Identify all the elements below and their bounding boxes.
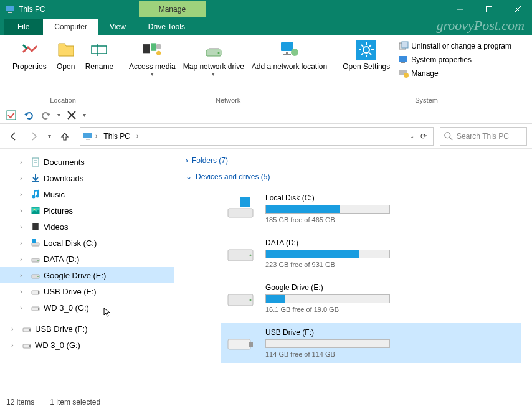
drive-item[interactable]: DATA (D:)223 GB free of 931 GB <box>221 233 521 273</box>
svg-point-45 <box>32 195 36 199</box>
main-pane[interactable]: › Folders (7) ⌄ Devices and drives (5) L… <box>174 149 532 396</box>
sidebar-item[interactable]: ›WD 3_0 (G:) <box>0 337 174 353</box>
maximize-button[interactable] <box>475 0 503 19</box>
sidebar-item-label: Documents <box>44 157 85 167</box>
chevron-down-icon[interactable]: ▾ <box>57 111 60 118</box>
svg-rect-31 <box>401 62 405 63</box>
chevron-right-icon[interactable]: › <box>20 271 27 279</box>
drive-usage-bar <box>265 205 390 214</box>
open-button[interactable]: Open <box>50 37 82 73</box>
chevron-right-icon[interactable]: › <box>20 190 27 198</box>
drive-status: 114 GB free of 114 GB <box>265 350 516 358</box>
manage-context-tab[interactable]: Manage <box>139 1 206 17</box>
tab-computer[interactable]: Computer <box>43 19 98 35</box>
tab-drive-tools[interactable]: Drive Tools <box>137 19 196 35</box>
sidebar-item[interactable]: ›Pictures <box>0 202 174 219</box>
chevron-right-icon[interactable]: › <box>11 341 19 349</box>
access-media-button[interactable]: Access media ▾ <box>125 37 179 80</box>
qat-delete[interactable] <box>65 109 78 121</box>
system-properties-button[interactable]: System properties <box>396 54 514 66</box>
manage-button[interactable]: Manage <box>396 67 514 80</box>
ribbon-group-system: Open Settings Uninstall or change a prog… <box>335 37 518 106</box>
svg-rect-67 <box>245 197 250 202</box>
chevron-right-icon[interactable]: › <box>20 239 27 247</box>
svg-rect-76 <box>249 342 253 347</box>
chevron-down-icon[interactable]: ▾ <box>83 111 86 118</box>
tab-view[interactable]: View <box>98 19 137 35</box>
sidebar-item[interactable]: ›Music <box>0 186 174 202</box>
tab-file[interactable]: File <box>4 19 43 35</box>
sidebar-item[interactable]: ›DATA (D:) <box>0 251 174 267</box>
properties-button[interactable]: Properties <box>9 37 50 73</box>
chevron-right-icon[interactable]: › <box>20 255 27 263</box>
chevron-right-icon: › <box>186 156 188 165</box>
music-icon <box>30 189 41 200</box>
recent-locations-button[interactable]: ▾ <box>45 128 54 145</box>
sidebar-item-label: USB Drive (F:) <box>35 324 88 334</box>
refresh-button[interactable]: ⟳ <box>420 132 427 141</box>
qat-undo[interactable] <box>22 109 35 121</box>
drives-group-header[interactable]: ⌄ Devices and drives (5) <box>186 172 521 181</box>
chevron-down-icon: ⌄ <box>186 172 192 181</box>
chevron-right-icon[interactable]: › <box>11 325 19 332</box>
forward-button[interactable] <box>25 128 42 145</box>
svg-rect-65 <box>29 345 31 347</box>
chevron-right-icon[interactable]: › <box>134 133 141 139</box>
navigation-pane[interactable]: ›Documents›Downloads›Music›Pictures›Vide… <box>0 149 174 396</box>
drive-name: DATA (D:) <box>265 238 516 247</box>
sidebar-item[interactable]: ›Documents <box>0 154 174 170</box>
chevron-right-icon[interactable]: › <box>20 207 27 214</box>
chevron-right-icon[interactable]: › <box>93 133 100 139</box>
sidebar-item[interactable]: ›Local Disk (C:) <box>0 235 174 251</box>
svg-rect-8 <box>143 44 150 53</box>
address-dropdown[interactable]: ⌄ <box>409 133 414 139</box>
sidebar-item[interactable]: ›USB Drive (F:) <box>0 283 174 299</box>
usb-icon <box>21 323 32 334</box>
sidebar-item[interactable]: ›Videos <box>0 219 174 235</box>
window-title: This PC <box>19 5 45 14</box>
back-button[interactable] <box>5 128 22 145</box>
up-button[interactable] <box>56 128 74 145</box>
sidebar-item[interactable]: ›Downloads <box>0 170 174 186</box>
breadcrumb-this-pc[interactable]: This PC <box>100 132 134 141</box>
chevron-right-icon[interactable]: › <box>20 158 27 166</box>
sidebar-item[interactable]: ›Google Drive (E:) <box>0 267 174 283</box>
sidebar-item-label: Local Disk (C:) <box>44 238 97 248</box>
add-network-location-button[interactable]: Add a network location <box>248 37 331 73</box>
titlebar: This PC Manage <box>0 0 532 19</box>
uninstall-program-button[interactable]: Uninstall or change a program <box>396 40 514 52</box>
svg-point-11 <box>157 51 161 55</box>
drive-item[interactable]: USB Drive (F:)114 GB free of 114 GB <box>221 323 521 363</box>
map-network-drive-button[interactable]: Map network drive ▾ <box>179 37 248 80</box>
search-input[interactable]: Search This PC <box>440 127 527 146</box>
dropdown-icon: ▾ <box>212 71 215 78</box>
rename-button[interactable]: Rename <box>82 37 117 73</box>
address-bar[interactable]: › This PC › ⌄ ⟳ <box>80 127 434 146</box>
ribbon-group-network: Access media ▾ Map network drive ▾ Add a… <box>121 37 335 106</box>
drive-usage-bar <box>265 250 390 258</box>
usb-icon <box>30 302 41 313</box>
close-button[interactable] <box>503 0 532 19</box>
qat-checkbox[interactable] <box>5 109 17 121</box>
chevron-right-icon[interactable]: › <box>20 304 27 311</box>
content-area: ›Documents›Downloads›Music›Pictures›Vide… <box>0 149 532 396</box>
svg-rect-16 <box>283 54 291 55</box>
ribbon: Properties Open Rename Location Access m… <box>0 35 532 106</box>
minimize-button[interactable] <box>446 0 475 19</box>
svg-rect-61 <box>38 308 39 310</box>
svg-rect-37 <box>83 133 92 138</box>
qat-redo[interactable] <box>40 109 52 121</box>
folders-group-header[interactable]: › Folders (7) <box>186 156 521 165</box>
svg-rect-0 <box>6 6 14 11</box>
sidebar-item[interactable]: ›WD 3_0 (G:) <box>0 299 174 316</box>
chevron-right-icon[interactable]: › <box>20 174 27 182</box>
svg-line-40 <box>450 137 452 139</box>
uninstall-icon <box>399 41 409 51</box>
drive-item[interactable]: Google Drive (E:)16.1 GB free of 19.0 GB <box>221 278 521 318</box>
chevron-right-icon[interactable]: › <box>20 288 27 295</box>
svg-rect-38 <box>86 139 90 140</box>
drive-item[interactable]: Local Disk (C:)185 GB free of 465 GB <box>221 189 521 228</box>
chevron-right-icon[interactable]: › <box>20 223 27 230</box>
open-settings-button[interactable]: Open Settings <box>339 37 394 73</box>
sidebar-item[interactable]: ›USB Drive (F:) <box>0 321 174 337</box>
